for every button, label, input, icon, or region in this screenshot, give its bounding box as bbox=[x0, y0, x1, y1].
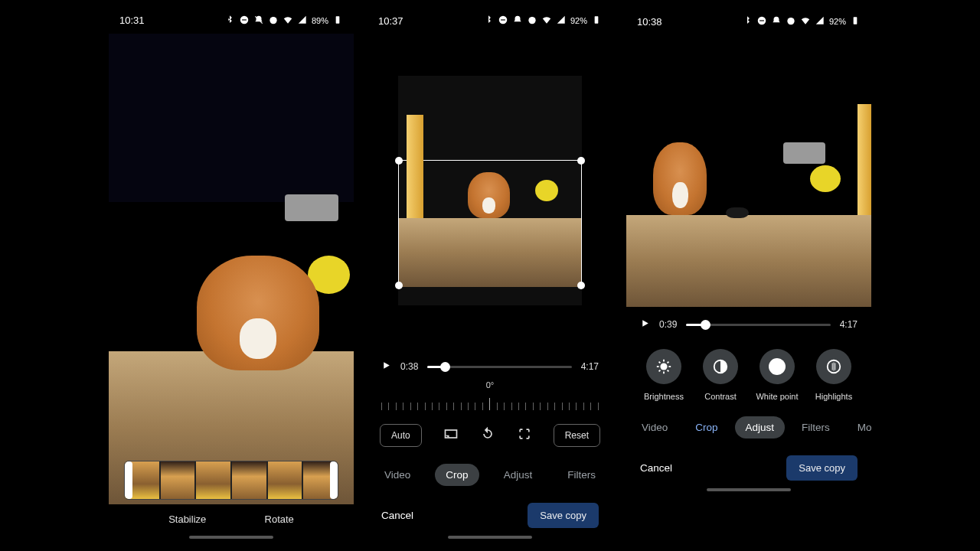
dnd-icon bbox=[239, 15, 250, 27]
screenshot-gallery: 10:31 89% Sta bbox=[109, 8, 871, 543]
play-icon[interactable] bbox=[381, 360, 391, 373]
adjust-whitepoint[interactable]: White point bbox=[750, 349, 804, 401]
svg-line-19 bbox=[659, 362, 661, 364]
reset-button[interactable]: Reset bbox=[554, 424, 600, 447]
rotation-ruler[interactable] bbox=[381, 394, 599, 410]
adjust-preview[interactable] bbox=[626, 35, 871, 311]
wifi-icon bbox=[800, 15, 811, 28]
play-icon[interactable] bbox=[640, 318, 650, 331]
gesture-bar bbox=[707, 488, 791, 491]
battery-icon bbox=[332, 15, 343, 27]
auto-button[interactable]: Auto bbox=[380, 424, 422, 447]
svg-line-20 bbox=[668, 370, 669, 372]
rotation-angle-label: 0° bbox=[368, 380, 612, 390]
rotate-icon[interactable] bbox=[480, 426, 495, 445]
adjust-controls: Brightness Contrast White point Highligh… bbox=[626, 338, 871, 406]
video-timeline-thumbnails[interactable] bbox=[124, 461, 338, 500]
tab-crop[interactable]: Crop bbox=[684, 416, 728, 439]
status-bar: 10:37 92% bbox=[368, 8, 612, 34]
svg-rect-11 bbox=[760, 20, 764, 21]
tab-filters[interactable]: Filters bbox=[557, 464, 606, 486]
current-time: 0:38 bbox=[400, 361, 418, 372]
screen-1: 10:31 89% Sta bbox=[109, 8, 354, 543]
contrast-icon bbox=[703, 349, 738, 384]
save-copy-button[interactable]: Save copy bbox=[786, 455, 858, 481]
brightness-icon bbox=[646, 349, 681, 384]
wifi-icon bbox=[541, 15, 552, 27]
current-time: 0:39 bbox=[659, 319, 677, 330]
gesture-bar bbox=[448, 536, 532, 539]
adjust-brightness[interactable]: Brightness bbox=[637, 349, 691, 401]
signal-icon bbox=[815, 15, 825, 28]
svg-rect-1 bbox=[242, 19, 247, 20]
alarm-icon bbox=[527, 15, 537, 27]
status-icons: 89% bbox=[224, 15, 343, 27]
svg-rect-13 bbox=[854, 17, 858, 24]
svg-rect-8 bbox=[595, 16, 599, 23]
screen-2: 10:37 92% bbox=[368, 8, 612, 543]
tab-adjust[interactable]: Adjust bbox=[735, 416, 786, 439]
crop-selection[interactable] bbox=[398, 160, 582, 286]
crop-handle-tr[interactable] bbox=[577, 157, 585, 165]
signal-icon bbox=[297, 15, 308, 27]
svg-point-12 bbox=[787, 18, 794, 24]
battery-text: 92% bbox=[829, 17, 846, 26]
svg-point-14 bbox=[660, 363, 667, 370]
cancel-button[interactable]: Cancel bbox=[381, 510, 413, 521]
wifi-icon bbox=[283, 15, 293, 27]
crop-handle-br[interactable] bbox=[577, 282, 585, 289]
whitepoint-icon bbox=[760, 349, 795, 384]
dnd-icon bbox=[756, 15, 767, 28]
whitepoint-label: White point bbox=[756, 392, 798, 401]
status-time: 10:31 bbox=[119, 15, 145, 26]
silent-icon bbox=[253, 15, 264, 27]
svg-rect-6 bbox=[501, 19, 505, 20]
crop-preview[interactable] bbox=[368, 34, 612, 353]
tab-crop[interactable]: Crop bbox=[435, 464, 479, 486]
alarm-icon bbox=[786, 15, 796, 28]
save-copy-button[interactable]: Save copy bbox=[528, 503, 599, 528]
tab-more[interactable]: More bbox=[847, 416, 871, 439]
adjust-contrast[interactable]: Contrast bbox=[694, 349, 747, 401]
highlights-icon bbox=[816, 349, 851, 384]
svg-line-21 bbox=[659, 370, 661, 372]
trim-handle-right[interactable] bbox=[330, 461, 338, 500]
status-icons: 92% bbox=[742, 15, 861, 28]
highlights-label: Highlights bbox=[815, 392, 852, 401]
tab-video[interactable]: Video bbox=[631, 416, 678, 439]
alarm-icon bbox=[268, 15, 279, 27]
playback-bar: 0:39 4:17 bbox=[626, 311, 871, 338]
seek-slider[interactable] bbox=[427, 366, 571, 368]
cancel-button[interactable]: Cancel bbox=[640, 462, 672, 474]
aspect-ratio-icon[interactable] bbox=[443, 426, 459, 445]
video-preview[interactable] bbox=[109, 34, 354, 456]
tab-video[interactable]: Video bbox=[374, 464, 421, 486]
rotate-button[interactable]: Rotate bbox=[265, 514, 294, 525]
battery-text: 89% bbox=[312, 16, 328, 25]
svg-rect-4 bbox=[336, 16, 340, 23]
bluetooth-icon bbox=[224, 15, 235, 27]
svg-point-7 bbox=[528, 17, 535, 24]
status-time: 10:37 bbox=[378, 15, 403, 27]
seek-slider[interactable] bbox=[686, 324, 830, 326]
trim-handle-left[interactable] bbox=[125, 461, 132, 500]
transform-icon[interactable] bbox=[517, 426, 532, 445]
tab-filters[interactable]: Filters bbox=[791, 416, 841, 439]
brightness-label: Brightness bbox=[644, 392, 684, 401]
adjust-highlights[interactable]: Highlights bbox=[807, 349, 861, 401]
gesture-bar bbox=[189, 536, 273, 539]
status-bar: 10:31 89% bbox=[109, 8, 354, 34]
bluetooth-icon bbox=[742, 15, 753, 28]
tab-adjust[interactable]: Adjust bbox=[493, 464, 544, 486]
stabilize-button[interactable]: Stabilize bbox=[168, 514, 206, 525]
screen-3: 10:38 92% 0: bbox=[626, 8, 871, 543]
svg-line-22 bbox=[668, 362, 669, 364]
signal-icon bbox=[556, 15, 567, 27]
status-icons: 92% bbox=[483, 15, 602, 27]
silent-icon bbox=[512, 15, 523, 27]
bluetooth-icon bbox=[483, 15, 494, 27]
silent-icon bbox=[771, 15, 782, 28]
total-time: 4:17 bbox=[840, 319, 858, 330]
total-time: 4:17 bbox=[581, 361, 599, 372]
svg-point-3 bbox=[270, 17, 276, 24]
